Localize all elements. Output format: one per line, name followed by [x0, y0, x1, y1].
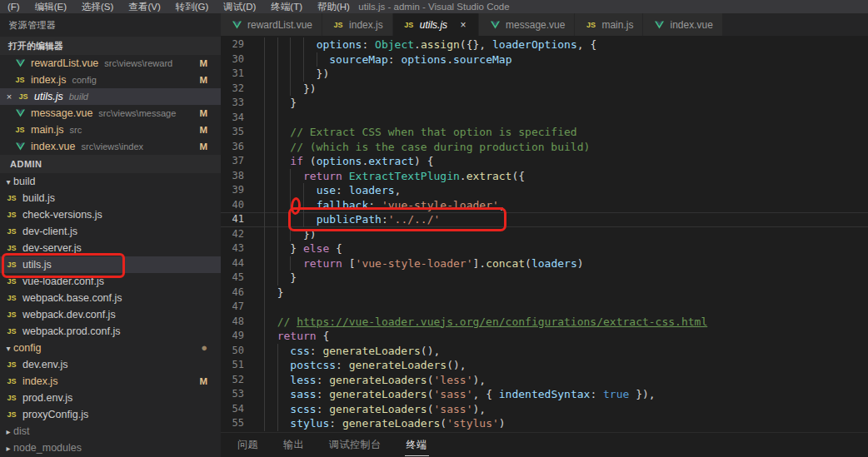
- tree-item-dev-client.js[interactable]: JSdev-client.js: [0, 223, 221, 240]
- code-line-46[interactable]: 46 }: [221, 286, 868, 301]
- tree-item-webpack.base.conf.js[interactable]: JSwebpack.base.conf.js: [0, 290, 221, 306]
- code-line-47[interactable]: 47: [221, 300, 868, 315]
- code-line-30[interactable]: 30 sourceMap: options.sourceMap: [221, 52, 868, 67]
- menu-item-1[interactable]: 编辑(E): [27, 0, 74, 13]
- code-line-43[interactable]: 43 } else {: [221, 241, 868, 256]
- close-editor-icon[interactable]: ×: [3, 92, 15, 102]
- js-file-icon: JS: [17, 91, 30, 102]
- tab-index.vue[interactable]: index.vue: [643, 13, 721, 36]
- line-number: 46: [221, 286, 244, 301]
- code-line-40[interactable]: 40 fallback: 'vue-style-loader',: [221, 198, 868, 213]
- open-editor-item-main.js[interactable]: JSmain.jssrcM: [0, 122, 221, 138]
- code-line-33[interactable]: 33 }: [221, 96, 868, 111]
- code-line-29[interactable]: 29 options: Object.assign({}, loaderOpti…: [221, 37, 868, 52]
- tree-item-config[interactable]: ▾config●: [0, 340, 221, 356]
- line-number: 43: [221, 241, 244, 256]
- code-line-31[interactable]: 31 }): [221, 67, 868, 82]
- code-line-39[interactable]: 39 use: loaders,: [221, 183, 868, 198]
- code-line-36[interactable]: 36 // (which is the case during producti…: [221, 140, 868, 155]
- open-editor-path: build: [69, 92, 88, 102]
- code-line-52[interactable]: 52 less: generateLoaders('less'),: [221, 373, 868, 388]
- menu-item-2[interactable]: 选择(S): [74, 0, 121, 13]
- tree-item-dist[interactable]: ▸dist: [0, 423, 221, 440]
- indent-guide: [264, 300, 265, 315]
- menu-item-0[interactable]: (F): [0, 0, 27, 13]
- vue-file-icon: [13, 141, 27, 152]
- menu-item-7[interactable]: 帮助(H): [310, 0, 357, 13]
- code-line-48[interactable]: 48 // https://vue-loader.vuejs.org/en/co…: [221, 315, 868, 330]
- open-editor-item-rewardList.vue[interactable]: rewardList.vuesrc\views\rewardM: [0, 55, 221, 72]
- code-text: return {: [264, 329, 329, 344]
- tree-file-name: dev-client.js: [22, 226, 77, 237]
- line-number: 36: [221, 140, 244, 155]
- open-editor-path: src: [70, 125, 82, 135]
- code-editor[interactable]: 29 options: Object.assign({}, loaderOpti…: [221, 36, 868, 432]
- tab-close-icon[interactable]: ×: [457, 19, 469, 31]
- tree-item-webpack.prod.conf.js[interactable]: JSwebpack.prod.conf.js: [0, 323, 221, 340]
- code-line-45[interactable]: 45 }: [221, 271, 868, 286]
- tree-item-dev-server.js[interactable]: JSdev-server.js: [0, 240, 221, 256]
- git-modified-badge: M: [199, 108, 207, 118]
- open-editors-header[interactable]: 打开的编辑器: [0, 37, 221, 55]
- menu-item-6[interactable]: 终端(T): [263, 0, 310, 13]
- panel-tab-终端[interactable]: 终端: [405, 434, 429, 456]
- code-line-34[interactable]: 34: [221, 111, 868, 126]
- line-number: 54: [221, 402, 244, 417]
- code-line-49[interactable]: 49 return {: [221, 329, 868, 344]
- code-line-54[interactable]: 54 scss: generateLoaders('sass'),: [221, 402, 868, 417]
- code-line-32[interactable]: 32 }): [221, 82, 868, 97]
- open-editor-item-utils.js[interactable]: ×JSutils.jsbuild: [0, 88, 221, 105]
- code-line-51[interactable]: 51 postcss: generateLoaders(),: [221, 358, 868, 373]
- tab-message.vue[interactable]: message.vue: [479, 13, 574, 36]
- tree-file-name: webpack.base.conf.js: [22, 292, 122, 304]
- menu-item-3[interactable]: 查看(V): [121, 0, 167, 13]
- tree-root-header[interactable]: ADMIN: [0, 155, 221, 173]
- open-editor-item-message.vue[interactable]: message.vuesrc\views\messageM: [0, 105, 221, 122]
- tree-file-name: utils.js: [22, 259, 52, 271]
- open-editor-item-index.js[interactable]: JSindex.jsconfigM: [0, 72, 221, 88]
- tab-label: index.vue: [670, 19, 712, 31]
- tab-rewardList.vue[interactable]: rewardList.vue: [221, 13, 322, 36]
- code-text: publicPath:'../../': [264, 212, 440, 227]
- tree-item-build[interactable]: ▾build: [0, 173, 221, 190]
- code-line-42[interactable]: 42 }): [221, 227, 868, 242]
- code-line-53[interactable]: 53 sass: generateLoaders('sass', { inden…: [221, 387, 868, 402]
- code-line-44[interactable]: 44 return ['vue-style-loader'].concat(lo…: [221, 256, 868, 271]
- tree-item-vue-loader.conf.js[interactable]: JSvue-loader.conf.js: [0, 273, 221, 290]
- tree-item-node_modules[interactable]: ▸node_modules: [0, 440, 221, 456]
- code-text: postcss: generateLoaders(),: [264, 358, 466, 373]
- code-line-55[interactable]: 55 stylus: generateLoaders('stylus'): [221, 416, 868, 431]
- menu-item-5[interactable]: 调试(D): [216, 0, 263, 13]
- tree-item-utils.js[interactable]: JSutils.js: [0, 256, 221, 273]
- panel-tab-输出[interactable]: 输出: [282, 434, 306, 456]
- tree-item-webpack.dev.conf.js[interactable]: JSwebpack.dev.conf.js: [0, 306, 221, 323]
- vue-file-icon: [652, 19, 666, 31]
- tree-item-prod.env.js[interactable]: JSprod.env.js: [0, 390, 221, 406]
- tab-main.js[interactable]: JSmain.js: [575, 13, 642, 36]
- code-line-35[interactable]: 35 // Extract CSS when that option is sp…: [221, 125, 868, 140]
- line-number: 29: [221, 37, 244, 52]
- panel-tab-调试控制台[interactable]: 调试控制台: [327, 434, 383, 456]
- code-line-37[interactable]: 37 if (options.extract) {: [221, 154, 868, 169]
- menu-item-4[interactable]: 转到(G): [168, 0, 217, 13]
- tree-item-index.js[interactable]: JSindex.jsM: [0, 373, 221, 390]
- tab-utils.js[interactable]: JSutils.js×: [393, 13, 478, 36]
- bottom-panel: 问题输出调试控制台终端: [221, 432, 868, 457]
- tab-index.js[interactable]: JSindex.js: [322, 13, 392, 36]
- code-line-50[interactable]: 50 css: generateLoaders(),: [221, 344, 868, 359]
- code-text: // https://vue-loader.vuejs.org/en/confi…: [264, 315, 707, 330]
- tab-label: message.vue: [506, 19, 565, 31]
- vue-file-icon: [13, 107, 27, 119]
- tab-label: main.js: [601, 19, 633, 31]
- line-number: 35: [221, 125, 244, 140]
- code-line-38[interactable]: 38 return ExtractTextPlugin.extract({: [221, 169, 868, 184]
- tree-file-name: dev.env.js: [22, 359, 67, 370]
- tree-item-proxyConfig.js[interactable]: JSproxyConfig.js: [0, 406, 221, 423]
- open-editor-item-index.vue[interactable]: index.vuesrc\views\indexM: [0, 138, 221, 155]
- js-file-icon: JS: [5, 292, 18, 304]
- tree-item-dev.env.js[interactable]: JSdev.env.js: [0, 356, 221, 373]
- code-line-41[interactable]: 41 publicPath:'../../': [221, 212, 868, 227]
- panel-tab-问题[interactable]: 问题: [236, 434, 260, 456]
- tree-item-build.js[interactable]: JSbuild.js: [0, 190, 221, 206]
- tree-item-check-versions.js[interactable]: JScheck-versions.js: [0, 206, 221, 223]
